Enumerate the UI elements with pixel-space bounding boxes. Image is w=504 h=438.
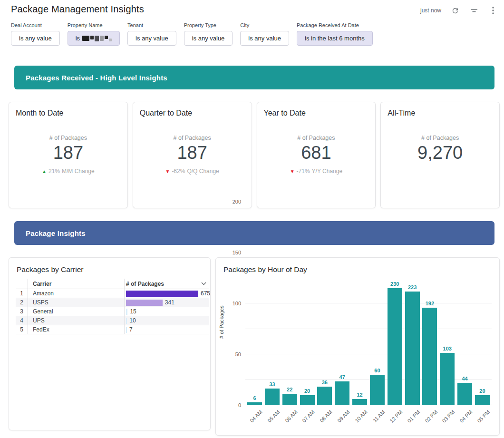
redacted-block	[100, 36, 104, 41]
table-row[interactable]: 2USPS341	[16, 298, 209, 307]
bar[interactable]	[457, 383, 472, 405]
table-row[interactable]: 3General15	[16, 307, 209, 316]
table-row[interactable]: 4UPS10	[16, 316, 209, 325]
x-tick-label: 05 AM	[266, 409, 281, 424]
x-tick: 05 AM	[265, 405, 280, 430]
kpi-card-title: All-Time	[388, 109, 493, 117]
bar[interactable]	[352, 399, 367, 405]
filter-icon	[470, 7, 478, 14]
bar[interactable]	[265, 389, 280, 405]
x-tick: 04 AM	[247, 405, 262, 430]
bar-value-label: 103	[443, 346, 452, 351]
kpi-card-3: All-Time# of Packages9,270	[380, 102, 500, 208]
bar-slot-04-am: 6	[247, 395, 262, 405]
kpi-change-label: Y/Y Change	[312, 168, 343, 175]
bar[interactable]	[440, 353, 455, 405]
row-number: 2	[16, 298, 28, 307]
bar-slot-02-pm: 192	[422, 301, 437, 405]
kpi-card-row: Month to Date# of Packages187▲21%M/M Cha…	[9, 102, 500, 208]
x-axis-labels: 04 AM05 AM06 AM07 AM08 AM09 AM10 AM11 AM…	[247, 405, 490, 430]
redacted-block	[109, 39, 112, 41]
filter-chip[interactable]: is in the last 6 months	[297, 31, 373, 46]
bar-value-label: 230	[390, 281, 399, 287]
filter-label: Package Received At Date	[297, 22, 373, 28]
chevron-down-icon[interactable]	[201, 282, 206, 285]
bar-slot-11-am: 60	[370, 368, 385, 405]
filter-chip[interactable]: is	[68, 31, 120, 46]
packages-cell: 341	[124, 298, 209, 307]
bar-value-label: 60	[374, 368, 380, 373]
table-row[interactable]: 1Amazon675	[16, 289, 209, 298]
x-tick: 06 AM	[282, 405, 297, 430]
section-banner-packages-received: Packages Received - High Level Insights	[14, 66, 494, 89]
kebab-menu-icon	[492, 7, 494, 14]
page-title: Package Management Insights	[11, 4, 144, 15]
kpi-card-body: # of Packages187▼-62%Q/Q Change	[133, 135, 252, 175]
bar[interactable]	[282, 394, 297, 405]
x-tick-label: 06 AM	[284, 409, 299, 424]
packages-column-header[interactable]: # of Packages	[124, 279, 209, 289]
bar-slot-08-am: 36	[317, 380, 332, 405]
kpi-card-body: # of Packages187▲21%M/M Change	[9, 135, 127, 175]
y-tick-label: 150	[233, 250, 241, 255]
bar-value-label: 12	[357, 392, 362, 398]
bar[interactable]	[405, 292, 420, 405]
refresh-button[interactable]	[449, 5, 461, 16]
x-tick: 01 PM	[405, 405, 420, 430]
bar[interactable]	[422, 308, 437, 405]
bar-slot-05-am: 33	[265, 381, 280, 405]
x-tick-label: 10 AM	[354, 409, 368, 424]
kpi-value: 187	[133, 143, 252, 164]
kpi-metric-label: # of Packages	[257, 135, 376, 141]
carrier-cell: Amazon	[28, 290, 124, 297]
filter-bar: Deal Accountis any valueProperty NameisT…	[0, 16, 504, 46]
filter-label: Deal Account	[11, 22, 60, 28]
filter-label: Tenant	[127, 22, 176, 28]
filter-group-0: Deal Accountis any value	[11, 22, 60, 46]
bar-value-label: 36	[322, 380, 328, 385]
bar[interactable]	[317, 387, 332, 405]
carrier-cell: UPS	[28, 317, 124, 324]
x-tick-label: 07 AM	[301, 409, 316, 424]
down-triangle-icon: ▼	[165, 169, 170, 174]
filters-toggle-button[interactable]	[468, 5, 480, 16]
dashboard-actions-button[interactable]	[487, 5, 499, 16]
kpi-card-title: Month to Date	[16, 109, 121, 117]
bar[interactable]	[335, 381, 349, 405]
kpi-card-body: # of Packages9,270	[381, 135, 499, 164]
filter-chip-value: is any value	[192, 35, 225, 42]
x-tick: 02 PM	[422, 405, 437, 430]
x-tick-label: 02 PM	[424, 409, 438, 424]
bar[interactable]	[388, 288, 402, 405]
row-number: 4	[16, 316, 28, 325]
bar[interactable]	[475, 395, 490, 405]
dashboard-topbar: Package Management Insights just now	[0, 0, 504, 16]
filter-group-2: Tenantis any value	[127, 22, 176, 46]
redacted-block	[82, 36, 89, 41]
table-row[interactable]: 5FedEx7	[16, 325, 209, 334]
bar-value-label: 22	[287, 387, 292, 392]
section-banner-label: Packages Received - High Level Insights	[26, 74, 167, 82]
filter-chip[interactable]: is any value	[184, 31, 233, 46]
kpi-value: 9,270	[381, 143, 499, 164]
bar-slot-07-am: 20	[300, 388, 315, 405]
packages-by-hour-tile: Packages by Hour of Day # of Packages 05…	[215, 257, 500, 436]
filter-label: City	[240, 22, 289, 28]
carrier-bar	[126, 300, 163, 306]
filter-chip-value: is in the last 6 months	[305, 35, 365, 42]
carrier-column-header[interactable]: Carrier	[28, 281, 124, 287]
kpi-change: ▼-71%Y/Y Change	[257, 168, 376, 175]
filter-chip[interactable]: is any value	[127, 31, 176, 46]
x-tick-label: 09 AM	[336, 409, 351, 424]
bar-value-label: 223	[408, 284, 417, 290]
y-tick-label: 200	[233, 199, 241, 204]
bar[interactable]	[300, 395, 315, 405]
dashboard-page: Package Management Insights just now D	[0, 0, 504, 438]
filter-chip[interactable]: is any value	[240, 31, 289, 46]
bar[interactable]	[370, 375, 385, 405]
kpi-value: 187	[9, 143, 127, 164]
x-tick: 04 PM	[457, 405, 472, 430]
filter-chip[interactable]: is any value	[11, 31, 60, 46]
y-tick-label: 0	[238, 402, 241, 408]
down-triangle-icon: ▼	[290, 169, 295, 174]
